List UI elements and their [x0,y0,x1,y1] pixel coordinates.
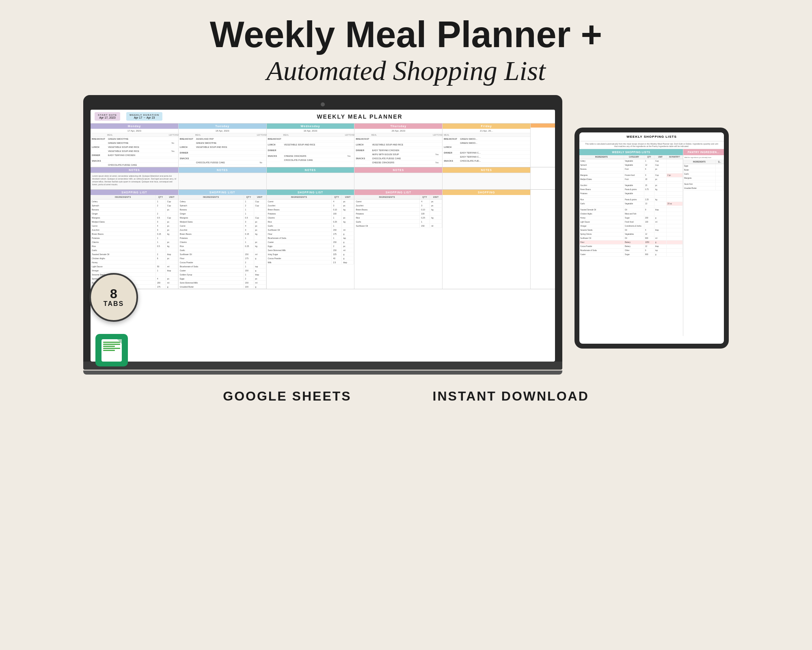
tablet-data-row: Light SauceFresh food100ml [579,220,683,224]
tuesday-col: Tuesday 18 Apr, 2023 MEALLEFTOVER? BREAK… [179,124,267,167]
gs-line-3 [103,346,115,347]
tablet-screen: WEEKLY SHOPPING LISTS This table is calc… [579,132,724,344]
tablet-data-row: GarlicVegetable1320 ac [579,202,683,206]
shopping-row: Garlic [91,248,178,252]
shopping-row: Carrot4pc [267,199,354,204]
friday-dinner2: EASY TERIYAKI C... [443,155,530,159]
monday-lunch2: VEGETABLE SOUP AND RICEYes [91,149,178,153]
thursday-shopping-col-headers: INGREDIENTS QTY UNIT [354,195,442,199]
tablet-pantry-col: PANTRY INGREDIEN... Add the ingredients … [683,149,724,336]
monday-snacks2: CHOCOLATE FUDGE CAKE [91,163,178,167]
shopping-grid: SHOPPING LIST INGREDIENTS QTY UNIT Celer… [91,190,555,289]
tablet-data-row: RicePasta & grains2.25kg [579,198,683,202]
thursday-notes: NOTES [354,167,443,189]
pantry-row: Garlic [683,172,724,176]
monday-notes-header: NOTES [91,167,178,173]
tuesday-snacks-label: SNACKS [179,156,266,160]
wednesday-header: Wednesday [267,124,354,129]
shopping-row: Medjool Dates3pc [179,220,266,224]
wednesday-snacks-label: SNACKSCHEESE CRACKERSYes [267,154,354,158]
tablet-pantry-col-header: PANTRY INGREDIEN... [683,149,724,155]
laptop-foot [83,370,562,375]
shopping-row: Cilantro1pc [179,240,266,244]
notes-grid: NOTES Lorem ipsum dolor sit amet, consec… [91,167,555,190]
shopping-row: Sunflower Oil150ml [267,228,354,232]
qty-col-h: QTY [156,195,166,199]
friday-snacks2 [443,163,530,165]
friday-notes-header: NOTES [443,167,530,173]
tablet-data-row: Bicarbonate of SodaOther6tsp [579,249,683,253]
shopping-row: Chicken thighs6pc [91,256,178,260]
tablet-subheaders: INGREDIENTS CATEGORY QTY UNIT IN PANTRY? [579,155,683,159]
shopping-row: Cocoa Powder40g [267,256,354,260]
tuesday-notes-header: NOTES [179,167,266,173]
shopping-row: Bananapc [91,208,178,212]
shopping-row: Flour175g [267,232,354,236]
notes-overflow [531,167,555,189]
thursday-shopping: SHOPPING LIST INGREDIENTS QTY UNIT Carro… [354,190,443,289]
thursday-date: 20 Apr, 2023 [354,129,442,133]
days-grid: Monday 17 Apr, 2023 MEALLEFTOVER? BREAKF… [91,124,555,167]
pantry-subheaders: INGREDIENTS Q... [683,160,724,164]
wednesday-snacks2: CHOCOLATE FUDGE CAKE [267,158,354,162]
wednesday-dinner-label: DINNER [267,148,354,152]
shopping-row: Potatoes100 [354,212,442,216]
tablet-data-row: Spring OnionsVegetables12 [579,232,683,236]
tuesday-notes-content [179,173,266,189]
shopping-row: Breen Beans0.10kg [354,208,442,212]
tablet-data-row: CeleryVegetable1Cup [579,159,683,163]
shopping-row: Semi-Skimmed Milk150ml [267,248,354,252]
shopping-row: Eggs2pc [267,244,354,248]
spreadsheet: START DATE Apr 17, 2023 WEEKLY DURATION … [91,110,555,362]
laptop-camera [321,102,325,106]
shopping-row: Breen Beans0.15kg [179,232,266,236]
gs-line-2 [103,344,120,345]
duration-box: WEEKLY DURATION Apr 17 → Apr 23 [126,112,162,121]
friday-col: Friday 21 Apr, 20... MEAL BREAKFASTGREEN… [443,124,531,167]
shopping-row: Ginger1 [179,212,266,216]
shopping-row: Zucchini3pc [91,228,178,232]
monday-header: Monday [91,124,178,129]
shopping-row: Celery1Cup [179,199,266,204]
tablet-main-col: WEEKLY SHOPPING LISTS INGREDIENTS CATEGO… [579,149,683,336]
shopping-row: Caster150g [179,269,266,273]
pantry-sh: IN PANTRY? [667,155,683,159]
tuesday-dinner-label: DINNER [179,151,266,155]
friday-breakfast2: GREEN SMOO... [443,141,530,145]
tablet-data-row: HoneySugar200g [579,216,683,220]
shopping-row: Rice0.25kg [267,220,354,224]
tablet-data-row: MangoesFrozen food3Cup2 pc [579,173,683,178]
shopping-row: Semi-Skimmed Milk150ml [179,281,266,285]
tuesday-lunch-label: LUNCHVEGETABLE SOUP AND RICE [179,145,266,149]
tuesday-date: 18 Apr, 2023 [179,129,266,133]
gs-line-5 [103,350,115,351]
start-date-value: Apr 17, 2023 [99,116,116,119]
tuesday-shopping-header: SHOPPING LIST [179,190,266,195]
wednesday-notes-content [267,173,354,189]
wednesday-shopping: SHOPPING LIST INGREDIENTS QTY UNIT Carro… [267,190,355,289]
monday-shopping-col-headers: INGREDIENTS QTY UNIT [91,195,178,199]
shopping-row: Breen Beans0.10kg [267,208,354,212]
shopping-row: Potatoes100 [267,212,354,216]
shopping-row: Vinegar1tbsp [91,269,178,273]
tablet-data-row: Breen BeansPasta & grains0.75kg [579,188,683,192]
shopping-row: Rice0.5kg [91,244,178,248]
tablet-data-row: CasterSugar900g [579,253,683,257]
google-sheets-label: GOOGLE SHEETS [223,389,351,404]
ingredients-col-h: INGREDIENTS [91,195,156,199]
shopping-row: Banana1 [179,208,266,212]
wednesday-shopping-header: SHOPPING LIST [267,190,354,195]
shopping-row: Mangoes0.5Cup [91,216,178,220]
shopping-row: Bicarbonate of Soda1tsp [267,236,354,240]
tablet-data-row: ZucchiniVegetable15pc [579,184,683,188]
shopping-row: Rice0.25kg [179,244,266,248]
shopping-row: Garlic [179,248,266,252]
monday-shopping: SHOPPING LIST INGREDIENTS QTY UNIT Celer… [91,190,179,289]
laptop-body: START DATE Apr 17, 2023 WEEKLY DURATION … [83,95,562,362]
laptop-mockup: START DATE Apr 17, 2023 WEEKLY DURATION … [83,95,562,375]
shopping-row: Golden Syrup1tbsp [179,273,266,277]
shopping-row: Ginger2 [91,212,178,216]
pantry-row: Eggs [683,164,724,168]
shopping-row: Milk2.5tbsp [267,260,354,264]
monday-breakfast2: GREEN SMOOTHIENo [91,141,178,145]
